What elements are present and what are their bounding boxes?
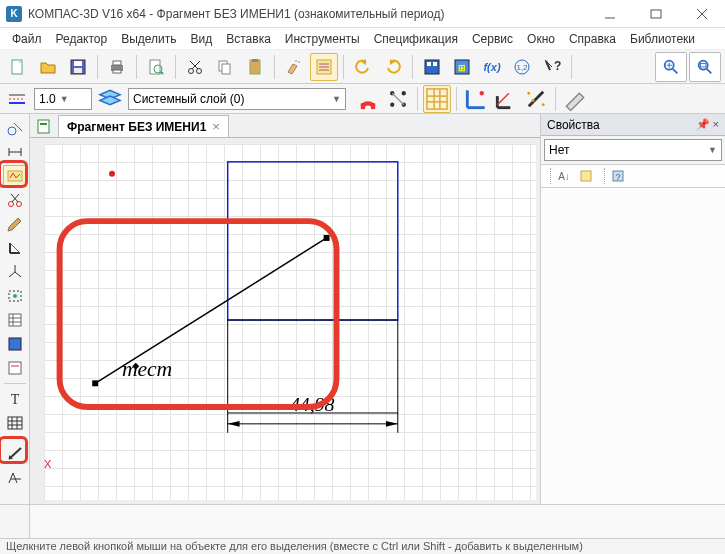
- open-button[interactable]: [34, 53, 62, 81]
- svg-point-23: [295, 60, 297, 62]
- menu-editor[interactable]: Редактор: [50, 30, 114, 48]
- numbering-button[interactable]: 1,2: [508, 53, 536, 81]
- variables-button[interactable]: ⊞: [448, 53, 476, 81]
- x-axis-marker: X: [44, 458, 51, 470]
- svg-rect-103: [92, 380, 98, 386]
- save-button[interactable]: [64, 53, 92, 81]
- grid-toggle[interactable]: [423, 85, 451, 113]
- svg-point-51: [390, 102, 394, 106]
- info-icon[interactable]: ?: [609, 167, 627, 185]
- menu-insert[interactable]: Вставка: [220, 30, 277, 48]
- svg-rect-21: [252, 59, 258, 62]
- spec-tool[interactable]: [3, 309, 27, 331]
- linestyle-button[interactable]: [4, 85, 30, 113]
- svg-rect-10: [113, 70, 121, 73]
- preview-button[interactable]: [142, 53, 170, 81]
- edit-tool[interactable]: [3, 213, 27, 235]
- menu-file[interactable]: Файл: [6, 30, 48, 48]
- tab-fragment[interactable]: Фрагмент БЕЗ ИМЕНИ1 ×: [58, 115, 229, 137]
- svg-rect-92: [8, 417, 22, 429]
- svg-line-42: [707, 68, 712, 73]
- menu-service[interactable]: Сервис: [466, 30, 519, 48]
- measure-tool[interactable]: [3, 261, 27, 283]
- sort-az-icon[interactable]: A↓: [555, 167, 573, 185]
- svg-rect-1: [651, 10, 661, 18]
- snap-options[interactable]: [384, 85, 412, 113]
- layer-icon-button[interactable]: [96, 85, 124, 113]
- table-tool[interactable]: [3, 412, 27, 434]
- svg-rect-98: [38, 120, 49, 133]
- base-tool[interactable]: [3, 443, 27, 465]
- redo-button[interactable]: [379, 53, 407, 81]
- svg-line-81: [10, 243, 20, 253]
- svg-line-16: [192, 61, 200, 69]
- designations-tool[interactable]: [3, 165, 27, 187]
- ortho-button[interactable]: [462, 85, 490, 113]
- zoom-in-button[interactable]: [655, 52, 687, 82]
- tab-label: Фрагмент БЕЗ ИМЕНИ1: [67, 120, 206, 134]
- undo-button[interactable]: [349, 53, 377, 81]
- copy-button[interactable]: [211, 53, 239, 81]
- svg-text:f(x): f(x): [483, 61, 500, 73]
- svg-rect-99: [40, 123, 47, 125]
- menu-view[interactable]: Вид: [185, 30, 219, 48]
- close-button[interactable]: [679, 0, 725, 28]
- fx-button[interactable]: f(x): [478, 53, 506, 81]
- statusbar: Щелкните левой кнопкой мыши на объекте д…: [0, 538, 725, 554]
- menu-libs[interactable]: Библиотеки: [624, 30, 701, 48]
- svg-point-67: [542, 103, 545, 106]
- menu-help[interactable]: Справка: [563, 30, 622, 48]
- reports-tool[interactable]: [3, 333, 27, 355]
- svg-point-50: [402, 91, 406, 95]
- format-painter-button[interactable]: [280, 53, 308, 81]
- linewidth-combo[interactable]: 1.0 ▼: [34, 88, 92, 110]
- tab-close-icon[interactable]: ×: [212, 119, 220, 134]
- pin-icon[interactable]: 📌 ×: [696, 118, 719, 131]
- svg-point-66: [527, 91, 530, 94]
- menu-select[interactable]: Выделить: [115, 30, 182, 48]
- manager-button[interactable]: [418, 53, 446, 81]
- svg-rect-47: [361, 103, 365, 109]
- svg-rect-54: [427, 88, 447, 108]
- drawing-viewport[interactable]: тест 44,98 X: [30, 138, 540, 504]
- properties-filter-combo[interactable]: Нет ▼: [544, 139, 722, 161]
- geometry-tool[interactable]: [3, 117, 27, 139]
- svg-rect-111: [581, 171, 591, 181]
- paste-button[interactable]: [241, 53, 269, 81]
- cut-button[interactable]: [181, 53, 209, 81]
- insert-tool[interactable]: [3, 357, 27, 379]
- svg-text:?: ?: [554, 59, 561, 73]
- roughness-tool[interactable]: [3, 467, 27, 489]
- minimize-button[interactable]: [587, 0, 633, 28]
- menu-spec[interactable]: Спецификация: [368, 30, 464, 48]
- status-text: Щелкните левой кнопкой мыши на объекте д…: [6, 540, 583, 552]
- svg-rect-48: [371, 103, 375, 109]
- dimensions-tool[interactable]: [3, 141, 27, 163]
- bottom-toolbar: [0, 504, 725, 538]
- menu-tools[interactable]: Инструменты: [279, 30, 366, 48]
- svg-point-14: [189, 68, 194, 73]
- titlebar: K КОМПАС-3D V16 x64 - Фрагмент БЕЗ ИМЕНИ…: [0, 0, 725, 28]
- maximize-button[interactable]: [633, 0, 679, 28]
- select-tool[interactable]: [3, 285, 27, 307]
- text-tool[interactable]: T: [3, 388, 27, 410]
- print-button[interactable]: [103, 53, 131, 81]
- snap-toggle[interactable]: [354, 85, 382, 113]
- layer-combo[interactable]: Системный слой (0) ▼: [128, 88, 346, 110]
- svg-text:?: ?: [615, 172, 620, 182]
- svg-rect-88: [9, 338, 21, 350]
- categorize-icon[interactable]: [577, 167, 595, 185]
- menu-window[interactable]: Окно: [521, 30, 561, 48]
- help-button[interactable]: ?: [538, 53, 566, 81]
- round-button[interactable]: [492, 85, 520, 113]
- zoom-fit-button[interactable]: [689, 52, 721, 82]
- magic-button[interactable]: [522, 85, 550, 113]
- cut-tool[interactable]: [3, 189, 27, 211]
- draft-button[interactable]: [561, 85, 589, 113]
- param-tool[interactable]: [3, 237, 27, 259]
- new-button[interactable]: [4, 53, 32, 81]
- properties-panel: Свойства 📌 × Нет ▼ A↓ ?: [540, 114, 725, 504]
- svg-line-53: [392, 93, 404, 105]
- svg-line-65: [529, 91, 543, 105]
- properties-button[interactable]: [310, 53, 338, 81]
